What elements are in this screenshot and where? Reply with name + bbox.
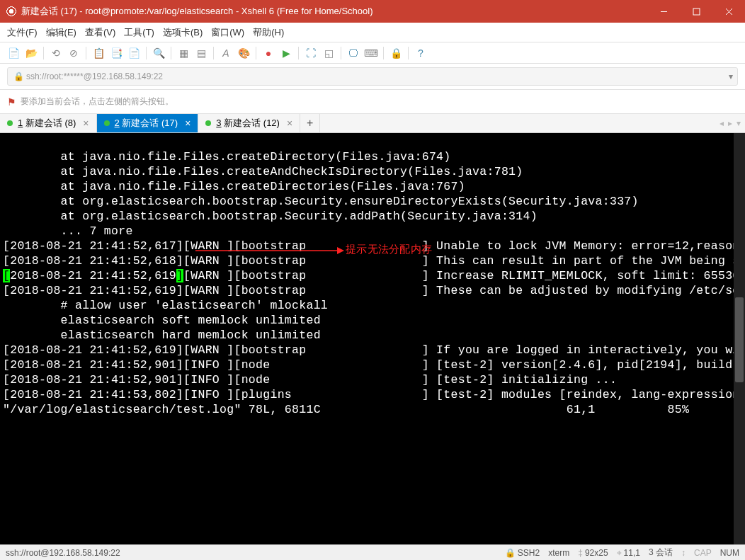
tab-2[interactable]: 2 新建会话 (17) × xyxy=(97,114,199,132)
transparent-icon[interactable]: ◱ xyxy=(321,45,336,61)
help-icon[interactable]: ? xyxy=(413,45,428,61)
status-updown-icon: ↕ xyxy=(681,548,686,558)
menu-window[interactable]: 窗口(W) xyxy=(211,26,244,39)
close-tab-icon[interactable]: × xyxy=(185,118,190,129)
lock-icon[interactable]: 🔒 xyxy=(388,45,404,61)
separator xyxy=(298,47,299,59)
find-icon[interactable]: 🔍 xyxy=(151,45,166,61)
fullscreen-icon[interactable]: ⛶ xyxy=(303,45,319,61)
color-icon[interactable]: 🎨 xyxy=(236,45,251,61)
tab-next-icon[interactable]: ▸ xyxy=(728,118,732,128)
separator xyxy=(408,47,409,59)
toolbar: 📄 📂 ⟲ ⊘ 📋 📑 📄 🔍 ▦ ▤ A 🎨 ● ▶ ⛶ ◱ 🖵 ⌨ 🔒 ? xyxy=(0,42,745,64)
ruler-icon: ‡ xyxy=(578,548,583,558)
tab-menu-icon[interactable]: ▾ xyxy=(737,118,741,128)
separator xyxy=(383,47,384,59)
menu-tabs[interactable]: 选项卡(B) xyxy=(163,26,203,39)
status-size: ‡ 92x25 xyxy=(578,548,608,558)
menubar: 文件(F) 编辑(E) 查看(V) 工具(T) 选项卡(B) 窗口(W) 帮助(… xyxy=(0,23,745,42)
separator xyxy=(146,47,147,59)
menu-tools[interactable]: 工具(T) xyxy=(124,26,154,39)
status-dot-icon xyxy=(7,120,13,126)
add-tab-button[interactable]: + xyxy=(300,114,320,132)
cursor-icon: ⌖ xyxy=(617,548,622,558)
flag-icon: ⚑ xyxy=(7,96,16,108)
separator xyxy=(43,47,44,59)
status-ssh: 🔒SSH2 xyxy=(505,548,540,558)
status-num: NUM xyxy=(720,548,739,558)
status-cap: CAP xyxy=(694,548,712,558)
app-icon xyxy=(6,6,17,17)
layout2-icon[interactable]: ▤ xyxy=(193,45,209,61)
menu-view[interactable]: 查看(V) xyxy=(85,26,115,39)
window-title: 新建会话 (17) - root@promote:/var/log/elasti… xyxy=(21,5,647,18)
status-pos: ⌖ 11,1 xyxy=(617,548,640,558)
dropdown-icon[interactable]: ▾ xyxy=(729,72,733,81)
screen-icon[interactable]: 🖵 xyxy=(346,45,361,61)
addressbar: 🔒 ssh://root:******@192.168.58.149:22 ▾ xyxy=(0,64,745,90)
hintbar: ⚑ 要添加当前会话，点击左侧的箭头按钮。 xyxy=(0,90,745,114)
terminal-scrollbar[interactable] xyxy=(734,133,745,544)
play-icon[interactable]: ▶ xyxy=(278,45,294,61)
tabbar: 1 新建会话 (8) × 2 新建会话 (17) × 3 新建会话 (12) ×… xyxy=(0,114,745,133)
new-session-icon[interactable]: 📄 xyxy=(6,45,21,61)
svg-rect-1 xyxy=(693,8,700,15)
tab-prev-icon[interactable]: ◂ xyxy=(720,118,724,128)
menu-help[interactable]: 帮助(H) xyxy=(253,26,284,39)
maximize-button[interactable] xyxy=(680,0,712,23)
statusbar: ssh://root@192.168.58.149:22 🔒SSH2 xterm… xyxy=(0,544,745,560)
status-dot-icon xyxy=(104,120,110,126)
disconnect-icon[interactable]: ⊘ xyxy=(66,45,81,61)
close-tab-icon[interactable]: × xyxy=(83,118,89,129)
separator xyxy=(341,47,341,59)
paste-icon[interactable]: 📄 xyxy=(126,45,142,61)
status-sessions: 3 会话 xyxy=(649,547,673,559)
record-icon[interactable]: ● xyxy=(261,45,276,61)
ssh-lock-icon: 🔒 xyxy=(13,72,23,81)
status-dot-icon xyxy=(205,120,211,126)
address-input[interactable]: 🔒 ssh://root:******@192.168.58.149:22 ▾ xyxy=(7,67,738,86)
terminal[interactable]: at java.nio.file.Files.createDirectory(F… xyxy=(0,133,745,544)
hint-text: 要添加当前会话，点击左侧的箭头按钮。 xyxy=(21,96,174,108)
separator xyxy=(256,47,256,59)
titlebar: 新建会话 (17) - root@promote:/var/log/elasti… xyxy=(0,0,745,23)
reconnect-icon[interactable]: ⟲ xyxy=(48,45,64,61)
tab-label: 2 新建会话 (17) xyxy=(115,117,178,130)
scrollbar-thumb[interactable] xyxy=(735,297,744,382)
close-tab-icon[interactable]: × xyxy=(287,118,292,129)
status-connection: ssh://root@192.168.58.149:22 xyxy=(6,548,120,558)
tab-scroll-arrows: ◂ ▸ ▾ xyxy=(715,114,745,132)
font-icon[interactable]: A xyxy=(218,45,234,61)
menu-edit[interactable]: 编辑(E) xyxy=(46,26,76,39)
terminal-content: at java.nio.file.Files.createDirectory(F… xyxy=(3,149,742,417)
separator xyxy=(213,47,214,59)
window-buttons xyxy=(647,0,745,23)
status-term: xterm xyxy=(548,548,569,558)
tab-label: 3 新建会话 (12) xyxy=(216,117,280,130)
close-button[interactable] xyxy=(712,0,745,23)
address-text: ssh://root:******@192.168.58.149:22 xyxy=(26,72,163,81)
separator xyxy=(171,47,171,59)
copy-icon[interactable]: 📑 xyxy=(108,45,124,61)
tab-3[interactable]: 3 新建会话 (12) × xyxy=(198,114,300,132)
lock-icon: 🔒 xyxy=(505,548,516,558)
open-icon[interactable]: 📂 xyxy=(23,45,39,61)
properties-icon[interactable]: 📋 xyxy=(91,45,106,61)
keyboard-icon[interactable]: ⌨ xyxy=(363,45,379,61)
separator xyxy=(86,47,86,59)
menu-file[interactable]: 文件(F) xyxy=(7,26,38,39)
tab-1[interactable]: 1 新建会话 (8) × xyxy=(0,114,97,132)
minimize-button[interactable] xyxy=(647,0,680,23)
tab-label: 1 新建会话 (8) xyxy=(18,117,76,130)
layout1-icon[interactable]: ▦ xyxy=(176,45,191,61)
